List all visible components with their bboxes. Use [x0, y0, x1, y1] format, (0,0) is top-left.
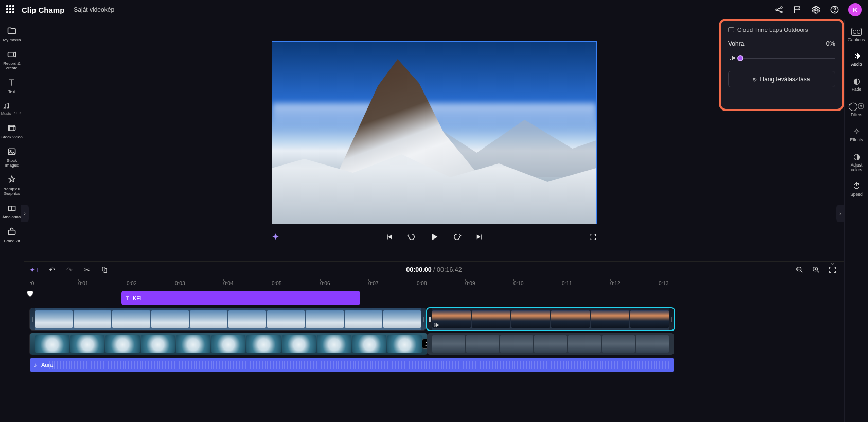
audio-panel-clip-name: Cloud Trine Laps Outdoors: [728, 27, 835, 33]
volume-slider-thumb[interactable]: [737, 55, 743, 61]
video-clip-1[interactable]: ‖ ‖: [30, 308, 426, 330]
audio-volume-readout: 0%: [826, 40, 835, 47]
mute-icon[interactable]: 🕩: [728, 53, 736, 63]
svg-point-0: [776, 9, 777, 11]
svg-point-1: [781, 7, 782, 8]
detach-icon: ⎋: [753, 76, 756, 83]
preview-canvas[interactable]: [272, 41, 597, 224]
right-tab-effects[interactable]: ✧Effects: [845, 122, 869, 146]
gear-icon[interactable]: [811, 5, 821, 14]
svg-point-3: [815, 9, 818, 11]
clip-thumb-icon: [728, 27, 734, 32]
sidebar-item-music-sfx[interactable]: Music SFX: [0, 98, 24, 119]
audio-clip[interactable]: Aura: [30, 358, 674, 372]
forward-button[interactable]: [451, 231, 463, 243]
redo-button[interactable]: ↷: [65, 266, 74, 274]
add-clip-button[interactable]: ✦+: [30, 266, 39, 274]
video-clip-3[interactable]: ⇲: [30, 333, 427, 355]
skip-end-button[interactable]: [474, 231, 485, 243]
right-sidebar: CCCaptions 🕪Audio ◐Fade ◯⦾Filters ✧Effec…: [844, 20, 868, 422]
left-sidebar: My media Record & create Text Music SFX …: [0, 20, 24, 422]
ruler-tick: 0:11: [562, 281, 572, 286]
sidebar-item-record[interactable]: Record & create: [0, 46, 24, 74]
skip-start-button[interactable]: [383, 231, 395, 243]
right-panel-expand[interactable]: ›: [836, 205, 844, 222]
sidebar-item-stock-images[interactable]: Stock images: [0, 143, 24, 171]
timeline-ruler[interactable]: :00:010:020:030:040:050:060:070:080:090:…: [24, 278, 844, 291]
sidebar-item-brand-kit[interactable]: Brand kit: [0, 224, 24, 246]
zoom-fit-button[interactable]: [828, 266, 837, 274]
detach-audio-button[interactable]: ⎋ Hang leválasztása: [728, 71, 835, 87]
sidebar-item-text[interactable]: Text: [0, 75, 24, 97]
svg-rect-13: [12, 206, 15, 210]
clip-speaker-icon: 🕪: [433, 322, 439, 328]
zoom-out-button[interactable]: [795, 266, 804, 274]
svg-point-8: [7, 107, 9, 108]
video-clip-2-selected[interactable]: ‖ 🕪 ‖: [427, 308, 674, 330]
right-tab-fade[interactable]: ◐Fade: [845, 72, 869, 96]
svg-rect-15: [102, 267, 105, 271]
app-launcher[interactable]: [6, 5, 15, 14]
audio-panel: Cloud Trine Laps Outdoors Vohra 0% 🕩 ⎋ H…: [719, 19, 844, 111]
ruler-tick: 0:04: [223, 281, 233, 286]
right-tab-adjust-colors[interactable]: ◑Adjust colors: [845, 148, 869, 176]
sidebar-item-my-media[interactable]: My media: [0, 23, 24, 45]
share-nodes-icon[interactable]: [774, 5, 784, 14]
svg-rect-12: [8, 206, 12, 210]
sidebar-item-graphics[interactable]: &amp;au Graphics: [0, 172, 24, 199]
ai-enhance-icon[interactable]: ✦: [272, 231, 279, 243]
right-tab-filters[interactable]: ◯⦾Filters: [845, 97, 869, 121]
svg-rect-6: [8, 52, 14, 57]
clip-handle-right[interactable]: ‖: [421, 308, 426, 330]
svg-point-2: [781, 11, 782, 13]
ruler-tick: 0:01: [78, 281, 88, 286]
transition-icon[interactable]: ⇲: [422, 339, 427, 349]
audio-section-label: Vohra: [728, 40, 744, 47]
right-tab-audio[interactable]: 🕪Audio: [845, 47, 869, 71]
svg-point-7: [4, 108, 5, 109]
flag-icon[interactable]: [793, 5, 802, 14]
clip-handle-right[interactable]: ‖: [669, 308, 674, 330]
crop-button[interactable]: [100, 266, 109, 274]
ruler-tick: 0:09: [465, 281, 475, 286]
right-tab-speed[interactable]: ⏱Speed: [845, 177, 869, 201]
project-name[interactable]: Saját videokép: [74, 6, 114, 13]
video-clip-4[interactable]: [427, 333, 674, 355]
ruler-tick: :0: [30, 281, 34, 286]
fullscreen-icon[interactable]: [589, 233, 597, 241]
ruler-tick: 0:03: [175, 281, 185, 286]
volume-slider[interactable]: [740, 58, 835, 59]
ruler-tick: 0:05: [272, 281, 281, 286]
split-button[interactable]: ✂: [82, 266, 92, 274]
ruler-tick: 0:10: [513, 281, 523, 286]
svg-point-5: [834, 11, 835, 12]
clip-handle-left[interactable]: ‖: [30, 308, 35, 330]
ruler-tick: 0:07: [368, 281, 378, 286]
clip-handle-left[interactable]: ‖: [427, 308, 432, 330]
text-clip[interactable]: KEL: [121, 291, 360, 305]
svg-rect-14: [8, 230, 15, 235]
ruler-tick: 0:02: [127, 281, 136, 286]
avatar[interactable]: K: [848, 3, 862, 16]
ruler-tick: 0:08: [417, 281, 427, 286]
timeline-tracks[interactable]: KEL ‖ ‖ ‖ 🕪 ‖ ⇲: [24, 291, 844, 414]
ruler-tick: 0:13: [659, 281, 668, 286]
right-tab-captions[interactable]: CCCaptions: [845, 24, 869, 46]
zoom-in-button[interactable]: [811, 266, 821, 274]
timecode: 00:00.00 / 00:16.42: [406, 266, 462, 273]
undo-button[interactable]: ↶: [47, 266, 57, 274]
help-icon[interactable]: [830, 5, 839, 14]
rewind-button[interactable]: [406, 231, 417, 243]
app-title: Clip Champ: [22, 6, 64, 14]
ruler-tick: 0:06: [320, 281, 330, 286]
svg-rect-10: [8, 149, 15, 155]
sidebar-item-stock-video[interactable]: Stock video: [0, 120, 24, 142]
play-button[interactable]: [429, 231, 440, 243]
ruler-tick: 0:12: [610, 281, 620, 286]
